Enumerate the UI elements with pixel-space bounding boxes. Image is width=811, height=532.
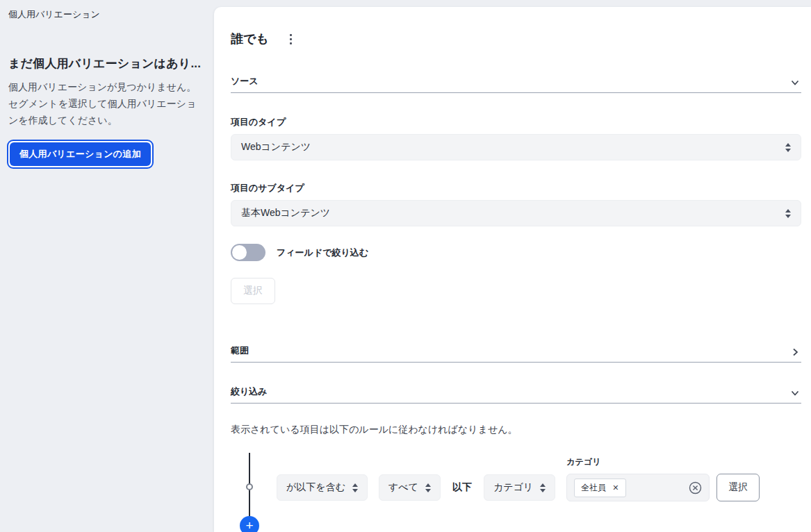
kebab-menu-icon[interactable] <box>287 31 295 47</box>
updown-arrows-icon <box>425 483 431 492</box>
section-source[interactable]: ソース <box>231 75 801 93</box>
updown-arrows-icon <box>352 483 358 492</box>
empty-state-description: 個人用バリエーションが見つかりません。セグメントを選択して個人用バリエーションを… <box>6 78 202 128</box>
chevron-down-icon[interactable] <box>790 388 800 398</box>
item-type-value: Webコンテンツ <box>241 141 311 153</box>
item-subtype-select[interactable]: 基本Webコンテンツ <box>231 200 801 226</box>
rule-operator-value: が以下を含む <box>286 481 345 494</box>
updown-arrows-icon <box>785 143 791 152</box>
variations-sidebar: 個人用バリエーション まだ個人用バリエーションはあり... 個人用バリエーション… <box>0 0 214 532</box>
chevron-right-icon[interactable] <box>790 347 800 357</box>
section-refine[interactable]: 絞り込み <box>231 385 801 404</box>
rule-match-value: すべて <box>388 481 418 494</box>
rule-field-value: カテゴリ <box>493 481 533 494</box>
rule-select-button[interactable]: 選択 <box>716 474 760 501</box>
tag-chip-label: 全社員 <box>581 482 606 494</box>
filter-by-field-row: フィールドで絞り込む <box>231 244 801 261</box>
rule-row: が以下を含む すべて 以下 カテゴリ カテゴリ 全社員 ✕ <box>277 474 760 501</box>
rule-field-select[interactable]: カテゴリ <box>484 474 555 501</box>
item-subtype-value: 基本Webコンテンツ <box>241 207 330 219</box>
rule-value-group: カテゴリ 全社員 ✕ <box>566 474 710 501</box>
add-variation-focus-ring: 個人用バリエーションの追加 <box>7 140 154 169</box>
variation-editor-panel: 誰でも ソース 項目のタイプ Webコンテンツ 項目のサブタイプ 基本Webコン… <box>214 7 811 532</box>
title-row: 誰でも <box>231 31 801 47</box>
item-type-select[interactable]: Webコンテンツ <box>231 134 801 160</box>
empty-state-heading: まだ個人用バリエーションはあり... <box>6 56 202 72</box>
rules-intro-text: 表示されている項目は以下のルールに従わなければなりません。 <box>231 424 801 436</box>
chip-remove-icon[interactable]: ✕ <box>612 483 619 492</box>
page-title: 誰でも <box>231 31 269 47</box>
rule-operator-select[interactable]: が以下を含む <box>277 474 368 501</box>
item-subtype-label: 項目のサブタイプ <box>231 182 801 194</box>
add-variation-button[interactable]: 個人用バリエーションの追加 <box>10 142 151 166</box>
rule-value-label: カテゴリ <box>566 456 600 468</box>
section-scope-label: 範囲 <box>231 344 249 357</box>
section-refine-label: 絞り込み <box>231 385 268 398</box>
chevron-down-icon[interactable] <box>790 78 800 88</box>
rule-value-tag-field[interactable]: 全社員 ✕ <box>566 474 710 501</box>
add-rule-button[interactable]: + <box>240 516 259 532</box>
rule-connector-text: 以下 <box>452 481 472 494</box>
clear-all-icon[interactable] <box>689 481 702 494</box>
updown-arrows-icon <box>540 483 546 492</box>
field-select-button-disabled[interactable]: 選択 <box>231 278 275 304</box>
updown-arrows-icon <box>785 209 791 218</box>
section-source-label: ソース <box>231 75 259 88</box>
filter-by-field-label: フィールドで絞り込む <box>277 247 368 259</box>
item-type-label: 項目のタイプ <box>231 116 801 128</box>
rule-builder: + が以下を含む すべて 以下 カテゴリ カテゴリ 全社員 ✕ <box>231 453 801 532</box>
rule-node-dot <box>246 483 253 490</box>
rule-match-select[interactable]: すべて <box>379 474 441 501</box>
tag-chip: 全社員 ✕ <box>574 479 625 497</box>
filter-by-field-toggle[interactable] <box>231 244 265 261</box>
toggle-knob <box>232 245 247 260</box>
sidebar-title: 個人用バリエーション <box>6 8 202 21</box>
section-scope[interactable]: 範囲 <box>231 344 801 363</box>
